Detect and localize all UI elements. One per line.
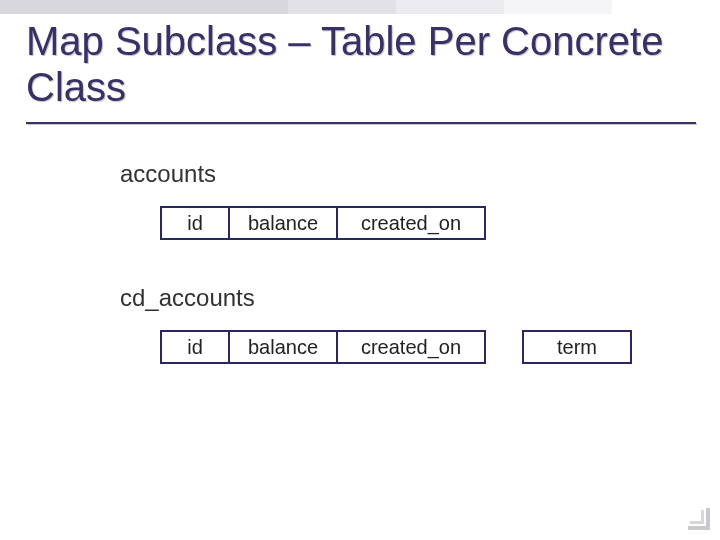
column-balance: balance xyxy=(228,330,338,364)
column-term: term xyxy=(522,330,632,364)
column-gap xyxy=(484,330,524,364)
column-created-on: created_on xyxy=(336,206,486,240)
slide-title: Map Subclass – Table Per Concrete Class xyxy=(26,18,690,110)
table-row: id balance created_on term xyxy=(160,330,680,364)
column-id: id xyxy=(160,206,230,240)
column-id: id xyxy=(160,330,230,364)
slide-content: accounts id balance created_on cd_accoun… xyxy=(120,160,680,408)
table-label-cd-accounts: cd_accounts xyxy=(120,284,680,312)
slide-corner-decoration xyxy=(682,502,710,530)
table-row: id balance created_on xyxy=(160,206,680,240)
table-cd-accounts: cd_accounts id balance created_on term xyxy=(120,284,680,364)
table-accounts: accounts id balance created_on xyxy=(120,160,680,240)
table-label-accounts: accounts xyxy=(120,160,680,188)
column-created-on: created_on xyxy=(336,330,486,364)
slide-top-gradient xyxy=(0,0,720,14)
title-underline xyxy=(26,122,696,124)
column-balance: balance xyxy=(228,206,338,240)
